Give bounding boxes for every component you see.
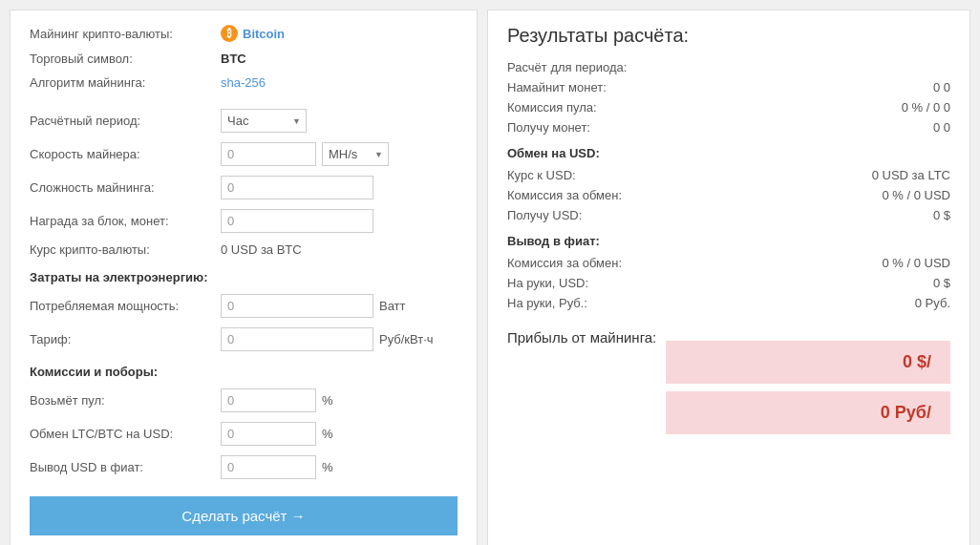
reward-row: Награда за блок, монет: — [30, 209, 458, 233]
tariff-input[interactable] — [221, 327, 373, 351]
usd-rate-row: Курс к USD: 0 USD за LTC — [507, 168, 950, 182]
mining-label: Майнинг крипто-валюты: — [30, 27, 221, 41]
period-select-wrapper: Час День Неделя Месяц — [221, 109, 307, 133]
calc-button[interactable]: Сделать расчёт → — [30, 496, 458, 535]
period-select[interactable]: Час День Неделя Месяц — [221, 109, 307, 133]
exchange-comm-label: Обмен LTC/BTC на USD: — [30, 427, 221, 441]
rate-row: Курс крипто-валюты: 0 USD за BTC — [30, 242, 458, 257]
usd-get-label: Получу USD: — [507, 208, 582, 222]
power-label: Потребляемая мощность: — [30, 299, 221, 313]
fiat-hand-usd-value: 0 $ — [933, 276, 950, 290]
usd-get-row: Получу USD: 0 $ — [507, 208, 950, 222]
pool-comm-row: Возьмёт пул: % — [30, 388, 458, 412]
pool-comm-result-label: Комиссия пула: — [507, 100, 597, 115]
usd-comm-value: 0 % / 0 USD — [882, 188, 950, 202]
get-coins-label: Получу монет: — [507, 120, 590, 135]
tariff-label: Тариф: — [30, 332, 221, 346]
mined-row: Намайнит монет: 0 0 — [507, 80, 950, 94]
speed-row: Скорость майнера: MH/s GH/s TH/s — [30, 142, 458, 166]
electricity-title: Затраты на электроэнергию: — [30, 270, 458, 284]
fiat-comm-label: Комиссия за обмен: — [507, 256, 622, 270]
fiat-comm-row: Комиссия за обмен: 0 % / 0 USD — [507, 256, 950, 270]
fiat-hand-rub-label: На руки, Руб.: — [507, 296, 587, 310]
difficulty-row: Сложность майнинга: — [30, 176, 458, 199]
fiat-hand-usd-row: На руки, USD: 0 $ — [507, 276, 950, 290]
period-label: Расчётный период: — [30, 114, 221, 128]
left-panel: Майнинг крипто-валюты: ₿ Bitcoin Торговы… — [10, 10, 478, 545]
usd-section-title: Обмен на USD: — [507, 146, 950, 160]
exchange-unit: % — [322, 427, 333, 441]
get-coins-value: 0 0 — [933, 120, 950, 135]
rate-label: Курс крипто-валюты: — [30, 242, 221, 257]
get-coins-row: Получу монет: 0 0 — [507, 120, 950, 135]
withdraw-unit: % — [322, 460, 333, 474]
profit-usd-box: 0 $/ — [666, 341, 950, 384]
difficulty-input[interactable] — [221, 176, 373, 199]
fiat-hand-usd-label: На руки, USD: — [507, 276, 588, 290]
power-unit: Ватт — [379, 299, 406, 313]
difficulty-label: Сложность майнинга: — [30, 180, 221, 195]
usd-rate-label: Курс к USD: — [507, 168, 576, 182]
pool-comm-result-value: 0 % / 0 0 — [902, 100, 950, 115]
mined-value: 0 0 — [933, 80, 950, 94]
reward-label: Награда за блок, монет: — [30, 214, 221, 228]
exchange-comm-row: Обмен LTC/BTC на USD: % — [30, 422, 458, 446]
fiat-hand-rub-row: На руки, Руб.: 0 Руб. — [507, 296, 950, 310]
rate-value: 0 USD за BTC — [221, 242, 302, 257]
trading-label: Торговый символ: — [30, 52, 221, 66]
pool-comm-input[interactable] — [221, 388, 316, 412]
pool-unit: % — [322, 393, 333, 408]
usd-rate-value: 0 USD за LTC — [872, 168, 950, 182]
power-row: Потребляемая мощность: Ватт — [30, 294, 458, 318]
profit-rub-box: 0 Руб/ — [666, 391, 950, 434]
algorithm-label: Алгоритм майнинга: — [30, 75, 221, 90]
usd-comm-row: Комиссия за обмен: 0 % / 0 USD — [507, 188, 950, 202]
tariff-row: Тариф: Руб/кВт·ч — [30, 327, 458, 351]
speed-unit-select[interactable]: MH/s GH/s TH/s — [322, 142, 389, 166]
tariff-unit: Руб/кВт·ч — [379, 332, 434, 346]
usd-get-value: 0 $ — [933, 208, 950, 222]
speed-input[interactable] — [221, 142, 316, 166]
period-result-row: Расчёт для периода: — [507, 60, 950, 74]
mining-value[interactable]: Bitcoin — [243, 27, 285, 41]
speed-label: Скорость майнера: — [30, 147, 221, 161]
algorithm-value[interactable]: sha-256 — [221, 75, 266, 90]
trading-row: Торговый символ: BTC — [30, 52, 458, 66]
withdraw-input[interactable] — [221, 455, 316, 479]
power-input[interactable] — [221, 294, 373, 318]
commissions-title: Комиссии и поборы: — [30, 365, 458, 379]
period-row: Расчётный период: Час День Неделя Месяц — [30, 109, 458, 133]
bitcoin-icon: ₿ — [221, 25, 238, 42]
withdraw-row: Вывод USD в фиат: % — [30, 455, 458, 479]
pool-comm-label: Возьмёт пул: — [30, 393, 221, 408]
right-panel: Результаты расчёта: Расчёт для периода: … — [487, 10, 970, 545]
speed-unit-wrapper: MH/s GH/s TH/s — [322, 142, 389, 166]
fiat-comm-value: 0 % / 0 USD — [882, 256, 950, 270]
exchange-comm-input[interactable] — [221, 422, 316, 446]
fiat-section-title: Вывод в фиат: — [507, 234, 950, 248]
algorithm-row: Алгоритм майнинга: sha-256 — [30, 75, 458, 90]
reward-input[interactable] — [221, 209, 373, 233]
pool-comm-result-row: Комиссия пула: 0 % / 0 0 — [507, 100, 950, 115]
usd-comm-label: Комиссия за обмен: — [507, 188, 622, 202]
results-title: Результаты расчёта: — [507, 25, 950, 47]
mining-row: Майнинг крипто-валюты: ₿ Bitcoin — [30, 25, 458, 42]
profit-label: Прибыль от майнинга: — [507, 329, 656, 346]
fiat-hand-rub-value: 0 Руб. — [915, 296, 950, 310]
mined-label: Намайнит монет: — [507, 80, 607, 94]
trading-value: BTC — [221, 52, 246, 66]
withdraw-label: Вывод USD в фиат: — [30, 460, 221, 474]
period-result-label: Расчёт для периода: — [507, 60, 627, 74]
